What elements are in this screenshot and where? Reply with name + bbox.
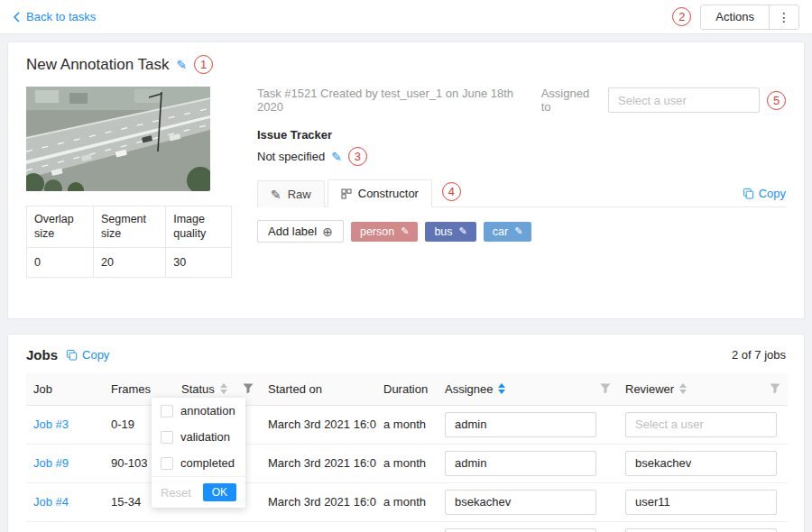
reviewer-input[interactable] xyxy=(625,412,777,437)
table-row: Job #4 15-34 March 3rd 2021 16:03 a mont… xyxy=(26,482,788,521)
tab-raw[interactable]: ✎ Raw xyxy=(257,180,325,207)
duration-cell: a month xyxy=(376,444,438,482)
started-on-cell: March 3rd 2021 16:03 xyxy=(261,521,376,532)
param-value-quality: 30 xyxy=(166,247,232,277)
assignee-input[interactable] xyxy=(445,528,596,532)
jobs-table: Job Frames Status Started on Duration As… xyxy=(26,373,788,532)
issue-tracker-label: Issue Tracker xyxy=(257,128,786,142)
table-row: Job #9 90-103 March 3rd 2021 16:03 a mon… xyxy=(26,444,788,482)
col-assignee: Assignee xyxy=(438,373,618,405)
more-vertical-icon: ⋮ xyxy=(778,10,790,24)
actions-label: Actions xyxy=(715,10,754,23)
task-preview-image xyxy=(26,87,210,191)
filter-option-validation[interactable]: validation xyxy=(152,424,245,450)
col-job: Job xyxy=(26,373,104,405)
filter-option-validation-label: validation xyxy=(180,430,230,444)
task-details-card: New Annotation Task ✎ 1 xyxy=(7,41,805,319)
tab-constructor[interactable]: Constructor xyxy=(328,179,432,207)
reviewer-input[interactable] xyxy=(625,528,777,532)
assignee-input[interactable] xyxy=(445,412,596,437)
edit-task-name-icon[interactable]: ✎ xyxy=(176,59,187,71)
constructor-icon xyxy=(341,188,352,199)
assignee-input[interactable] xyxy=(445,490,596,515)
tab-constructor-label: Constructor xyxy=(358,187,419,200)
callout-5: 5 xyxy=(767,91,786,110)
label-tag-car[interactable]: car ✎ xyxy=(484,222,532,242)
assignee-filter-icon[interactable] xyxy=(600,383,611,394)
validation-checkbox[interactable] xyxy=(161,431,173,444)
frames-cell: 75-94 xyxy=(104,521,174,532)
callout-3: 3 xyxy=(348,147,367,166)
edit-label-car-icon[interactable]: ✎ xyxy=(514,226,522,236)
tab-raw-label: Raw xyxy=(288,188,311,201)
assigned-to-label: Assigned to xyxy=(541,87,601,114)
copy-jobs-link[interactable]: Copy xyxy=(66,348,109,362)
ok-filter-button[interactable]: OK xyxy=(203,483,236,501)
status-sort-icon[interactable] xyxy=(220,383,227,394)
table-row: Job #8 75-94 completed? March 3rd 2021 1… xyxy=(26,521,788,532)
reset-filter-button[interactable]: Reset xyxy=(161,486,191,500)
duration-cell: a month xyxy=(376,521,438,532)
plus-circle-icon: ⊕ xyxy=(322,225,333,238)
back-to-tasks-label: Back to tasks xyxy=(26,10,96,23)
reviewer-input[interactable] xyxy=(625,451,777,476)
issue-tracker-value: Not specified xyxy=(257,150,325,163)
status-filter-icon[interactable] xyxy=(243,383,254,394)
task-meta-text: Task #1521 Created by test_user_1 on Jun… xyxy=(257,87,541,114)
label-tag-person[interactable]: person ✎ xyxy=(351,222,418,242)
reviewer-input[interactable] xyxy=(625,490,777,515)
assigned-to-input[interactable] xyxy=(608,87,760,113)
completed-checkbox[interactable] xyxy=(161,457,173,470)
filter-option-annotation-label: annotation xyxy=(180,404,235,417)
param-value-segment: 20 xyxy=(93,247,165,277)
col-duration: Duration xyxy=(376,373,438,405)
annotation-checkbox[interactable] xyxy=(161,405,173,417)
raw-pencil-icon: ✎ xyxy=(271,188,281,201)
reviewer-sort-icon[interactable] xyxy=(679,383,687,394)
add-label-text: Add label xyxy=(268,225,317,238)
add-label-button[interactable]: Add label ⊕ xyxy=(257,220,344,243)
job-link[interactable]: Job #3 xyxy=(33,417,69,431)
col-job-label: Job xyxy=(33,382,52,396)
actions-button[interactable]: Actions xyxy=(701,5,770,29)
col-frames-label: Frames xyxy=(111,382,151,396)
filter-option-annotation[interactable]: annotation xyxy=(152,398,245,424)
col-started-on-label: Started on xyxy=(268,382,322,396)
param-header-segment: Segment size xyxy=(93,206,165,248)
col-assignee-label: Assignee xyxy=(445,382,493,396)
copy-labels-link[interactable]: Copy xyxy=(743,187,786,200)
col-duration-label: Duration xyxy=(383,382,428,396)
label-tag-person-name: person xyxy=(360,225,394,238)
col-reviewer: Reviewer xyxy=(618,373,788,405)
started-on-cell: March 3rd 2021 16:03 xyxy=(261,405,376,444)
job-link[interactable]: Job #4 xyxy=(33,495,69,509)
jobs-section-title: Jobs xyxy=(26,347,58,362)
duration-cell: a month xyxy=(376,482,438,521)
filter-option-completed[interactable]: completed xyxy=(152,450,245,476)
jobs-card: Jobs Copy 2 of 7 jobs Job Frames Status xyxy=(7,334,805,532)
started-on-cell: March 3rd 2021 16:03 xyxy=(261,444,376,482)
edit-label-person-icon[interactable]: ✎ xyxy=(401,226,409,236)
table-row: Job #3 0-19 March 3rd 2021 16:03 a month xyxy=(26,405,788,444)
param-header-overlap: Overlap size xyxy=(27,206,94,248)
jobs-count: 2 of 7 jobs xyxy=(732,348,786,362)
reviewer-filter-icon[interactable] xyxy=(770,383,780,394)
task-parameters-table: Overlap size Segment size Image quality … xyxy=(26,206,232,278)
edit-issue-tracker-icon[interactable]: ✎ xyxy=(331,151,342,163)
more-menu-button[interactable]: ⋮ xyxy=(770,5,798,29)
duration-cell: a month xyxy=(376,405,438,444)
edit-label-bus-icon[interactable]: ✎ xyxy=(459,226,467,236)
label-tag-bus-name: bus xyxy=(434,225,452,238)
col-status-label: Status xyxy=(181,382,215,396)
status-filter-dropdown: annotation validation completed Reset OK xyxy=(152,398,245,508)
param-header-quality: Image quality xyxy=(166,206,232,248)
label-tag-car-name: car xyxy=(493,225,508,238)
job-link[interactable]: Job #9 xyxy=(33,456,69,470)
assignee-sort-icon[interactable] xyxy=(498,383,505,394)
col-started-on: Started on xyxy=(261,373,376,405)
label-tag-bus[interactable]: bus ✎ xyxy=(425,222,475,242)
copy-jobs-label: Copy xyxy=(82,348,109,362)
callout-4: 4 xyxy=(442,182,461,201)
back-to-tasks-link[interactable]: Back to tasks xyxy=(13,10,96,23)
assignee-input[interactable] xyxy=(445,451,596,476)
